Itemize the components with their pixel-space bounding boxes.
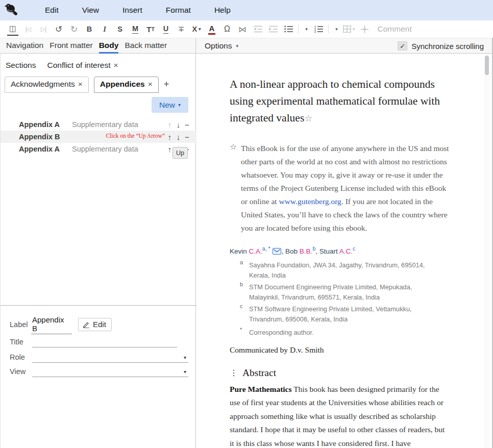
section-conflict-of-interest[interactable]: Conflict of interest× xyxy=(47,61,118,70)
move-up-icon[interactable]: ↑ xyxy=(165,133,174,141)
undo-icon[interactable]: ↺ xyxy=(53,22,64,36)
affiliation-marker: b xyxy=(240,281,249,301)
menu-help[interactable]: Help xyxy=(214,6,231,15)
label-field-row: Label Appendix B Edit xyxy=(1,317,196,332)
comment-button[interactable]: Comment xyxy=(378,24,412,34)
panel-headers: Navigation Front matter Body Back matter… xyxy=(0,38,493,54)
bold-icon[interactable]: B xyxy=(84,22,95,36)
numbered-list-icon[interactable] xyxy=(313,22,324,36)
menu-format[interactable]: Format xyxy=(166,6,191,15)
title-field-row: Title xyxy=(1,335,196,349)
bullet-list-icon[interactable] xyxy=(283,22,294,36)
menu-insert[interactable]: Insert xyxy=(122,6,142,15)
tab-front-matter[interactable]: Front matter xyxy=(50,39,92,53)
section-tab-appendices[interactable]: Appendices× xyxy=(94,77,159,93)
link-icon[interactable]: ⋈ xyxy=(237,22,248,36)
abstract-heading: ⋮ Abstract xyxy=(230,367,450,379)
email-icon[interactable] xyxy=(273,248,281,255)
strikethrough-icon[interactable]: ∓ xyxy=(176,22,187,36)
table-dropdown-icon[interactable]: ▾ xyxy=(343,22,355,36)
affiliation-list: a Sayahna Foundation, JWA 34, Jagathy, T… xyxy=(230,260,450,338)
tab-body[interactable]: Body xyxy=(99,39,119,53)
outdent-icon[interactable] xyxy=(252,22,263,36)
appendix-list: Appendix A Supplementary data ↑ ↓ − Appe… xyxy=(1,118,196,155)
gutenberg-link[interactable]: www.gutenberg.org xyxy=(279,197,341,206)
edit-label-button[interactable]: Edit xyxy=(78,318,112,331)
affiliation-marker: c xyxy=(240,303,249,323)
appendix-row-2[interactable]: Appendix B Click on the “Up Arrow” ↑ ↓ − xyxy=(1,131,196,143)
skip-forward-icon[interactable]: ▷| xyxy=(38,22,49,36)
label-field-name: Label xyxy=(10,320,31,329)
bullet-list-dropdown-icon[interactable]: ▾ xyxy=(303,22,309,36)
footnote-text: This eBook is for the use of anyone anyw… xyxy=(241,142,450,235)
preview-scrollbar-track[interactable] xyxy=(484,54,489,448)
italic-icon[interactable]: I xyxy=(99,22,110,36)
sections-label: Sections xyxy=(6,61,36,70)
author-given[interactable]: Stuart xyxy=(319,247,339,255)
small-caps-icon[interactable]: M xyxy=(130,22,141,36)
label-field-value[interactable]: Appendix B xyxy=(31,315,72,334)
tab-navigation[interactable]: Navigation xyxy=(6,39,43,53)
view-field-name: View xyxy=(10,367,31,376)
author-surname[interactable]: A.C. xyxy=(339,247,353,255)
synchronize-scrolling-checkbox[interactable]: ✓ xyxy=(398,41,407,51)
add-section-button[interactable]: + xyxy=(164,79,169,93)
remove-icon[interactable]: − xyxy=(183,120,191,129)
x-format-dropdown-icon[interactable]: X▾ xyxy=(191,22,202,36)
menu-edit[interactable]: Edit xyxy=(45,6,59,15)
affiliation-text: Sayahna Foundation, JWA 34, Jagathy, Tri… xyxy=(249,260,439,280)
indent-icon[interactable] xyxy=(267,22,279,36)
author-given[interactable]: Kevin xyxy=(230,247,249,255)
move-down-icon[interactable]: ↓ xyxy=(174,120,183,129)
appendix-row-3[interactable]: Appendix A Supplementary data ↑ ↓ − xyxy=(1,143,196,155)
special-character-icon[interactable]: Ω xyxy=(221,22,233,36)
appendix-title: Supplementary data xyxy=(72,145,138,153)
menu-view[interactable]: View xyxy=(82,6,99,15)
toggle-panel-icon[interactable]: ◫ xyxy=(7,22,18,36)
affiliation-marker: a xyxy=(240,259,249,279)
close-icon[interactable]: × xyxy=(78,80,83,88)
close-icon[interactable]: × xyxy=(148,80,153,88)
appendix-label: Appendix A xyxy=(19,120,72,129)
numbered-list-dropdown-icon[interactable]: ▾ xyxy=(333,22,339,36)
communicated-by-line: Communicated by D.v. Smith xyxy=(230,345,450,355)
author-surname[interactable]: C.A. xyxy=(249,247,262,255)
affiliation-item: b STM Document Engineering Private Limit… xyxy=(230,282,450,302)
affiliation-item: c STM Software Engineering Private Limit… xyxy=(230,304,450,324)
author-affiliation-marker: c xyxy=(353,245,355,252)
tab-back-matter[interactable]: Back matter xyxy=(125,39,167,53)
app-logo-bird-icon xyxy=(4,2,21,18)
move-up-icon[interactable]: ↑ xyxy=(165,120,174,129)
corresponding-author-text: Corresponding author. xyxy=(249,328,439,338)
drag-handle-icon[interactable]: ⋮ xyxy=(230,368,238,378)
appendix-label: Appendix A xyxy=(19,145,72,153)
move-down-icon[interactable]: ↓ xyxy=(174,133,183,141)
appendix-row-1[interactable]: Appendix A Supplementary data ↑ ↓ − xyxy=(1,118,196,131)
structure-panel: Sections Conflict of interest× Acknowled… xyxy=(0,54,196,448)
affiliation-text: STM Software Engineering Private Limited… xyxy=(249,304,439,324)
new-appendix-button[interactable]: New ▾ xyxy=(152,97,188,113)
sans-style-icon[interactable]: S xyxy=(114,22,126,36)
skip-backward-icon[interactable]: |◁ xyxy=(22,22,34,36)
task-annotation: Click on the “Up Arrow” xyxy=(106,133,165,139)
chevron-down-icon: ▾ xyxy=(353,27,355,32)
title-field-input[interactable] xyxy=(32,336,177,347)
font-color-icon[interactable]: A xyxy=(206,22,217,36)
author-surname[interactable]: B.B. xyxy=(300,247,313,255)
underline-icon[interactable]: U xyxy=(160,22,171,36)
abstract-heading-text: Abstract xyxy=(242,367,276,379)
close-icon[interactable]: × xyxy=(114,61,118,69)
author-given[interactable]: Bob xyxy=(285,247,300,255)
remove-icon[interactable]: − xyxy=(183,133,191,141)
redo-icon[interactable]: ↻ xyxy=(68,22,80,36)
role-select[interactable]: ▾ xyxy=(32,352,188,363)
preview-scrollbar-thumb[interactable] xyxy=(485,56,489,75)
section-tab-acknowledgments[interactable]: Acknowledgments× xyxy=(5,77,89,93)
menubar: Edit View Insert Format Help xyxy=(0,0,493,20)
view-select[interactable]: ▾ xyxy=(32,366,188,377)
options-dropdown[interactable]: Options ▾ xyxy=(205,41,238,51)
footnote-marker-star[interactable]: ☆ xyxy=(304,113,312,123)
move-icon[interactable] xyxy=(359,22,371,36)
title-case-icon[interactable]: TT xyxy=(145,22,156,36)
author-line: Kevin C.A.a, *, Bob B.B.b, Stuart A.C.c xyxy=(230,245,450,255)
